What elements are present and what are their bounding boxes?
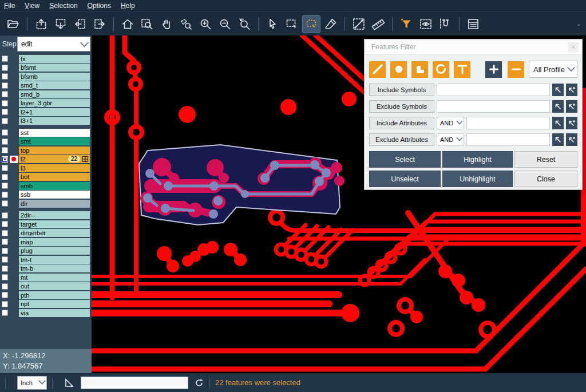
- toolbar-overflow-icon[interactable]: ⌄: [576, 20, 581, 27]
- layer-name[interactable]: 2dir--: [19, 211, 90, 219]
- layer-visibility-checkbox[interactable]: [2, 147, 8, 153]
- exclude-symbols-button[interactable]: Exclude Symbols: [369, 100, 434, 113]
- layer-visibility-checkbox[interactable]: [2, 274, 8, 280]
- zoom-previous-icon[interactable]: [236, 15, 253, 33]
- units-select[interactable]: Inch: [17, 376, 47, 390]
- panel-icon[interactable]: [465, 15, 482, 33]
- layer-visibility-checkbox[interactable]: [2, 256, 8, 263]
- zoom-area-icon[interactable]: [138, 15, 156, 33]
- active-layer-indicator[interactable]: [10, 156, 18, 163]
- menu-view[interactable]: View: [25, 2, 39, 10]
- shift-down-icon[interactable]: [52, 15, 69, 33]
- profile-select[interactable]: All Profile: [529, 61, 577, 78]
- visibility-icon[interactable]: [417, 15, 434, 33]
- home-icon[interactable]: [119, 15, 136, 33]
- layer-visibility-checkbox[interactable]: [2, 292, 8, 298]
- layer-visibility-checkbox[interactable]: [2, 221, 8, 227]
- layer-name[interactable]: pth: [19, 291, 90, 299]
- layer-visibility-checkbox[interactable]: [2, 156, 8, 163]
- layer-name[interactable]: smd_t: [19, 81, 90, 89]
- layer-visibility-checkbox[interactable]: [2, 109, 8, 115]
- layer-visibility-checkbox[interactable]: [2, 56, 8, 62]
- zoom-out-icon[interactable]: [216, 15, 233, 33]
- layer-name[interactable]: dir: [19, 200, 90, 208]
- close-icon[interactable]: ✕: [568, 42, 579, 52]
- layer-name[interactable]: tm-t: [19, 256, 90, 264]
- shift-left-icon[interactable]: [72, 15, 89, 33]
- pick-arrow-add-icon[interactable]: [566, 117, 577, 129]
- layer-visibility-checkbox[interactable]: [2, 100, 8, 106]
- exclude-symbols-field[interactable]: [437, 100, 550, 113]
- dialog-titlebar[interactable]: Features Filter ✕: [365, 39, 582, 55]
- layer-visibility-checkbox[interactable]: [2, 82, 8, 89]
- grid-icon[interactable]: [82, 156, 88, 162]
- layer-visibility-checkbox[interactable]: [2, 65, 8, 71]
- layer-name[interactable]: layer_3.gbr: [19, 99, 90, 107]
- menu-help[interactable]: Help: [121, 2, 135, 10]
- include-attributes-field[interactable]: [466, 117, 550, 129]
- layer-name[interactable]: smb: [19, 182, 90, 190]
- select-rect-icon[interactable]: [283, 15, 300, 33]
- layer-name[interactable]: map: [19, 238, 90, 246]
- pick-arrow-icon[interactable]: [552, 133, 564, 146]
- reset-button[interactable]: Reset: [514, 151, 577, 168]
- angle-measure-icon[interactable]: [64, 377, 75, 389]
- zoom-in-icon[interactable]: [197, 15, 214, 33]
- layer-name[interactable]: smt: [19, 137, 90, 145]
- layer-name[interactable]: smd_b: [19, 90, 90, 98]
- command-input[interactable]: [81, 377, 188, 389]
- layer-name[interactable]: npt: [19, 300, 90, 308]
- layer-name[interactable]: bfsmb: [19, 73, 90, 81]
- unhighlight-button[interactable]: Unhighlight: [442, 171, 513, 187]
- layer-visibility-checkbox[interactable]: [2, 91, 8, 97]
- pick-arrow-add-icon[interactable]: [566, 100, 577, 113]
- layer-visibility-checkbox[interactable]: [2, 183, 8, 189]
- layer-name[interactable]: bfsmt: [19, 64, 90, 72]
- layer-visibility-checkbox[interactable]: [2, 200, 8, 207]
- pointer-icon[interactable]: [264, 15, 281, 33]
- layer-visibility-checkbox[interactable]: [2, 212, 8, 219]
- select-polygon-icon[interactable]: [303, 15, 320, 33]
- shift-up-icon[interactable]: [33, 15, 50, 33]
- exclude-attributes-button[interactable]: Exclude Attributes: [369, 133, 434, 146]
- line-icon[interactable]: [369, 61, 386, 78]
- highlight-button[interactable]: Highlight: [442, 151, 513, 168]
- measure-icon[interactable]: [350, 15, 367, 33]
- layer-visibility-checkbox[interactable]: [2, 118, 8, 124]
- layer-visibility-checkbox[interactable]: [2, 283, 8, 290]
- layer-visibility-checkbox[interactable]: [2, 266, 8, 272]
- surface-icon[interactable]: [411, 61, 428, 78]
- open-icon[interactable]: [5, 15, 22, 33]
- layer-name[interactable]: sst: [19, 129, 90, 137]
- layer-name[interactable]: dirgerber: [19, 229, 90, 237]
- layer-name[interactable]: ssb: [19, 191, 90, 199]
- exclude-attributes-operator-select[interactable]: AND: [437, 133, 464, 146]
- pick-arrow-icon[interactable]: [552, 117, 564, 129]
- close-button[interactable]: Close: [514, 171, 577, 187]
- pick-arrow-add-icon[interactable]: [566, 84, 577, 96]
- layer-name[interactable]: out: [19, 282, 90, 290]
- layer-visibility-checkbox[interactable]: [2, 310, 8, 316]
- layer-name[interactable]: target: [19, 220, 90, 228]
- menu-file[interactable]: File: [4, 2, 15, 10]
- layer-name[interactable]: via: [19, 309, 90, 317]
- refresh-icon[interactable]: [194, 378, 204, 388]
- pick-arrow-icon[interactable]: [552, 84, 564, 96]
- zoom-polygon-icon[interactable]: [177, 15, 195, 33]
- layer-name[interactable]: plug: [19, 247, 90, 255]
- pick-arrow-icon[interactable]: [552, 100, 564, 113]
- exclude-attributes-field[interactable]: [466, 133, 550, 146]
- snap-icon[interactable]: [437, 15, 454, 33]
- include-symbols-button[interactable]: Include Symbols: [369, 84, 434, 96]
- select-button[interactable]: Select: [369, 151, 441, 168]
- layer-name[interactable]: tm-b: [19, 264, 90, 272]
- include-symbols-field[interactable]: [437, 84, 550, 96]
- text-icon[interactable]: [454, 61, 470, 78]
- layer-name[interactable]: top: [19, 146, 90, 155]
- negative-icon[interactable]: [508, 61, 524, 78]
- step-select[interactable]: edit: [17, 37, 90, 52]
- shift-right-icon[interactable]: [91, 15, 108, 33]
- layer-visibility-checkbox[interactable]: [2, 230, 8, 236]
- pan-hand-icon[interactable]: [158, 15, 175, 33]
- layer-visibility-checkbox[interactable]: [2, 138, 8, 145]
